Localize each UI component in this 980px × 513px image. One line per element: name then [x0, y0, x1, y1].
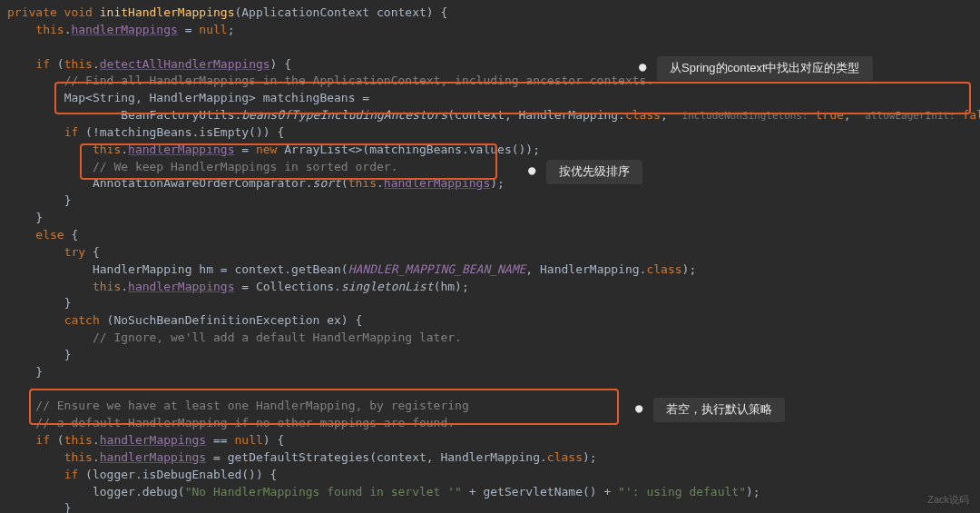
annotation-1: 从Spring的context中找出对应的类型 — [657, 56, 873, 81]
keyword: this — [35, 23, 64, 36]
keyword: private void — [7, 5, 100, 19]
method-name: initHandlerMappings — [100, 5, 235, 19]
param-hint: includeNonSingletons: — [682, 110, 808, 122]
watermark: Zack说码 — [927, 493, 969, 508]
bullet-3: ● — [635, 399, 642, 417]
code-text: (ApplicationContext context) { — [234, 5, 447, 19]
code-text: Map<String, HandlerMapping> matchingBean… — [64, 91, 370, 104]
field: handlerMappings — [71, 23, 177, 36]
bullet-1: ● — [639, 57, 646, 75]
annotation-3: 若空，执行默认策略 — [653, 398, 785, 422]
bullet-2: ● — [528, 161, 535, 179]
annotation-2: 按优先级排序 — [546, 160, 642, 184]
param-hint: allowEagerInit: — [865, 110, 955, 122]
code-editor[interactable]: private void initHandlerMappings(Applica… — [7, 5, 980, 513]
comment: // Find all HandlerMappings in the Appli… — [64, 74, 654, 87]
